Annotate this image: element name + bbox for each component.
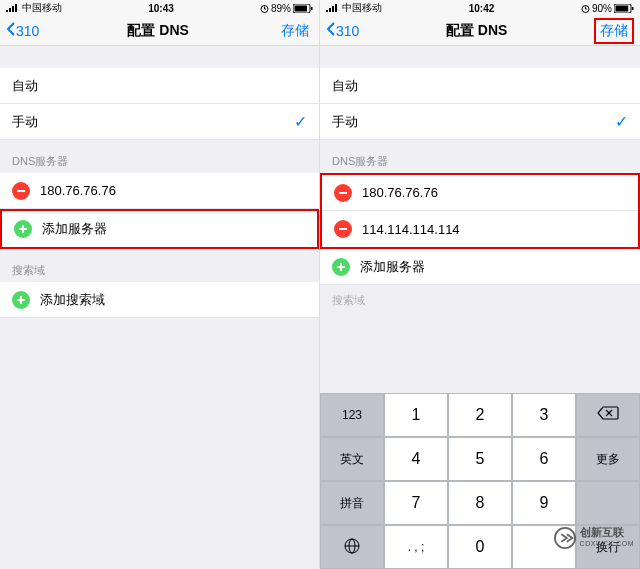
search-section-header: 搜索域	[0, 249, 319, 282]
carrier-label: 中国移动	[342, 1, 382, 15]
dns-server-value: 180.76.76.76	[362, 185, 438, 200]
add-server-row[interactable]: 添加服务器	[2, 211, 317, 247]
back-label: 310	[336, 23, 359, 39]
battery-icon	[614, 4, 634, 13]
screen-right: 中国移动 10:42 90% 310 配置 DNS 存储 自动 手动 ✓ DNS…	[320, 0, 640, 569]
search-section-header-cut: 搜索域	[320, 285, 640, 310]
screen-left: 中国移动 10:43 89% 310 配置 DNS 存储 自动 手动 ✓ DNS…	[0, 0, 320, 569]
svg-rect-8	[295, 5, 308, 11]
svg-rect-23	[616, 5, 629, 11]
watermark: 创新互联 CDXWCX.COM	[554, 527, 634, 549]
add-icon[interactable]	[14, 220, 32, 238]
status-bar: 中国移动 10:43 89%	[0, 0, 319, 16]
mode-auto[interactable]: 自动	[320, 68, 640, 104]
globe-icon	[343, 537, 361, 558]
back-button[interactable]: 310	[326, 21, 359, 40]
svg-rect-15	[326, 10, 328, 12]
add-search-row[interactable]: 添加搜索域	[0, 282, 319, 318]
carrier-label: 中国移动	[22, 1, 62, 15]
save-button[interactable]: 存储	[277, 20, 313, 42]
clock-label: 10:42	[469, 3, 495, 14]
dns-section-header: DNS服务器	[0, 140, 319, 173]
key-9[interactable]: 9	[512, 481, 576, 525]
key-4[interactable]: 4	[384, 437, 448, 481]
key-english[interactable]: 英文	[320, 437, 384, 481]
mode-auto[interactable]: 自动	[0, 68, 319, 104]
key-0[interactable]: 0	[448, 525, 512, 569]
chevron-left-icon	[326, 21, 336, 40]
dns-server-row[interactable]: 180.76.76.76	[322, 175, 638, 211]
svg-rect-16	[329, 8, 331, 12]
checkmark-icon: ✓	[294, 112, 307, 131]
key-symbols[interactable]: . , ;	[384, 525, 448, 569]
svg-rect-24	[632, 7, 634, 10]
key-123[interactable]: 123	[320, 393, 384, 437]
signal-icon	[326, 4, 338, 12]
add-search-label: 添加搜索域	[40, 291, 105, 309]
key-7[interactable]: 7	[384, 481, 448, 525]
page-title: 配置 DNS	[127, 22, 188, 40]
watermark-logo-icon	[554, 527, 576, 549]
key-globe[interactable]	[320, 525, 384, 569]
save-button[interactable]: 存储	[594, 18, 634, 44]
key-3[interactable]: 3	[512, 393, 576, 437]
svg-rect-2	[12, 6, 14, 12]
add-server-label: 添加服务器	[42, 220, 107, 238]
key-more[interactable]: 更多	[576, 437, 640, 481]
page-title: 配置 DNS	[446, 22, 507, 40]
key-8[interactable]: 8	[448, 481, 512, 525]
add-icon[interactable]	[332, 258, 350, 276]
mode-manual[interactable]: 手动 ✓	[320, 104, 640, 140]
battery-percent: 90%	[592, 3, 612, 14]
dns-server-row[interactable]: 180.76.76.76	[0, 173, 319, 209]
watermark-sub: CDXWCX.COM	[580, 538, 634, 549]
remove-icon[interactable]	[334, 220, 352, 238]
alarm-icon	[260, 4, 269, 13]
svg-rect-0	[6, 10, 8, 12]
key-enter[interactable]	[576, 481, 640, 525]
add-icon[interactable]	[12, 291, 30, 309]
key-6[interactable]: 6	[512, 437, 576, 481]
status-bar: 中国移动 10:42 90%	[320, 0, 640, 16]
alarm-icon	[581, 4, 590, 13]
signal-icon	[6, 4, 18, 12]
checkmark-icon: ✓	[615, 112, 628, 131]
mode-manual[interactable]: 手动 ✓	[0, 104, 319, 140]
svg-rect-9	[311, 7, 313, 10]
dns-server-row[interactable]: 114.114.114.114	[322, 211, 638, 247]
chevron-left-icon	[6, 21, 16, 40]
svg-rect-1	[9, 8, 11, 12]
add-server-label: 添加服务器	[360, 258, 425, 276]
key-1[interactable]: 1	[384, 393, 448, 437]
svg-rect-17	[332, 6, 334, 12]
backspace-icon	[597, 406, 619, 424]
svg-rect-18	[335, 4, 337, 12]
dns-section-header: DNS服务器	[320, 140, 640, 173]
battery-percent: 89%	[271, 3, 291, 14]
back-button[interactable]: 310	[6, 21, 39, 40]
clock-label: 10:43	[148, 3, 174, 14]
key-2[interactable]: 2	[448, 393, 512, 437]
remove-icon[interactable]	[334, 184, 352, 202]
add-server-row[interactable]: 添加服务器	[320, 249, 640, 285]
key-pinyin[interactable]: 拼音	[320, 481, 384, 525]
back-label: 310	[16, 23, 39, 39]
nav-bar: 310 配置 DNS 存储	[320, 16, 640, 46]
dns-server-value: 180.76.76.76	[40, 183, 116, 198]
watermark-brand: 创新互联	[580, 527, 634, 538]
remove-icon[interactable]	[12, 182, 30, 200]
key-backspace[interactable]	[576, 393, 640, 437]
battery-icon	[293, 4, 313, 13]
dns-server-value: 114.114.114.114	[362, 222, 460, 237]
key-5[interactable]: 5	[448, 437, 512, 481]
nav-bar: 310 配置 DNS 存储	[0, 16, 319, 46]
svg-rect-3	[15, 4, 17, 12]
